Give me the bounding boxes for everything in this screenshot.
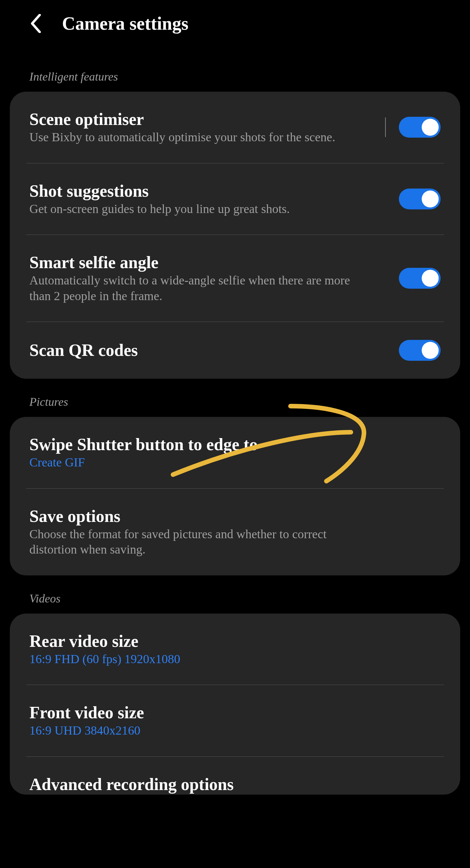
save-options-text: Save options Choose the format for saved… xyxy=(29,506,441,557)
save-options-sub: Choose the format for saved pictures and… xyxy=(29,526,362,557)
header: Camera settings xyxy=(10,0,460,54)
smart-selfie-toggle[interactable] xyxy=(399,268,441,289)
advanced-recording-title: Advanced recording options xyxy=(29,775,431,794)
swipe-shutter-row[interactable]: Swipe Shutter button to edge to Create G… xyxy=(26,417,444,489)
divider-vertical xyxy=(385,118,386,137)
front-video-title: Front video size xyxy=(29,703,431,722)
rear-video-text: Rear video size 16:9 FHD (60 fps) 1920x1… xyxy=(29,631,441,667)
shot-suggestions-title: Shot suggestions xyxy=(29,181,389,200)
front-video-text: Front video size 16:9 UHD 3840x2160 xyxy=(29,703,441,739)
scan-qr-title: Scan QR codes xyxy=(29,341,389,360)
swipe-shutter-title: Swipe Shutter button to edge to xyxy=(29,435,431,454)
intelligent-features-card: Scene optimiser Use Bixby to automatical… xyxy=(10,92,460,379)
pictures-card: Swipe Shutter button to edge to Create G… xyxy=(10,417,460,576)
advanced-recording-text: Advanced recording options xyxy=(29,775,441,795)
save-options-title: Save options xyxy=(29,506,431,526)
rear-video-title: Rear video size xyxy=(29,631,431,651)
swipe-shutter-text: Swipe Shutter button to edge to Create G… xyxy=(29,435,441,470)
scene-optimiser-title: Scene optimiser xyxy=(29,110,362,129)
front-video-sub: 16:9 UHD 3840x2160 xyxy=(29,723,362,739)
shot-suggestions-toggle[interactable] xyxy=(399,189,441,209)
scan-qr-toggle[interactable] xyxy=(399,340,441,361)
smart-selfie-sub: Automatically switch to a wide-angle sel… xyxy=(29,273,362,304)
save-options-row[interactable]: Save options Choose the format for saved… xyxy=(26,489,444,576)
scene-optimiser-row[interactable]: Scene optimiser Use Bixby to automatical… xyxy=(26,92,444,163)
rear-video-row[interactable]: Rear video size 16:9 FHD (60 fps) 1920x1… xyxy=(26,614,444,685)
rear-video-sub: 16:9 FHD (60 fps) 1920x1080 xyxy=(29,651,362,667)
back-icon[interactable] xyxy=(29,17,42,30)
videos-card: Rear video size 16:9 FHD (60 fps) 1920x1… xyxy=(10,614,460,795)
section-label-pictures: Pictures xyxy=(29,395,460,409)
shot-suggestions-sub: Get on-screen guides to help you line up… xyxy=(29,201,362,217)
scene-optimiser-text: Scene optimiser Use Bixby to automatical… xyxy=(29,110,372,145)
advanced-recording-row[interactable]: Advanced recording options xyxy=(26,757,444,795)
section-label-intelligent: Intelligent features xyxy=(29,70,460,84)
scan-qr-row[interactable]: Scan QR codes xyxy=(26,322,444,379)
smart-selfie-row[interactable]: Smart selfie angle Automatically switch … xyxy=(26,235,444,322)
page-title: Camera settings xyxy=(62,13,188,34)
shot-suggestions-text: Shot suggestions Get on-screen guides to… xyxy=(29,181,399,217)
scene-optimiser-toggle[interactable] xyxy=(399,117,441,138)
smart-selfie-title: Smart selfie angle xyxy=(29,253,389,272)
section-label-videos: Videos xyxy=(29,592,460,606)
swipe-shutter-sub: Create GIF xyxy=(29,455,362,470)
scan-qr-text: Scan QR codes xyxy=(29,341,399,361)
scene-optimiser-sub: Use Bixby to automatically optimise your… xyxy=(29,129,362,145)
smart-selfie-text: Smart selfie angle Automatically switch … xyxy=(29,253,399,304)
shot-suggestions-row[interactable]: Shot suggestions Get on-screen guides to… xyxy=(26,163,444,235)
front-video-row[interactable]: Front video size 16:9 UHD 3840x2160 xyxy=(26,685,444,757)
